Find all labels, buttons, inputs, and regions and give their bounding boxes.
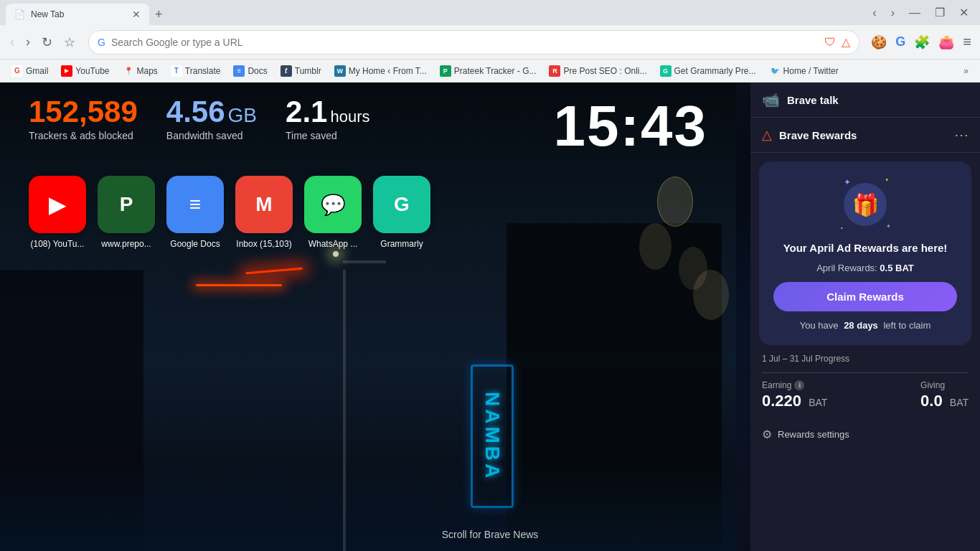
brave-rewards-title: Brave Rewards (779, 129, 947, 141)
quick-links: ▶ (108) YouTu... P www.prepo... ≡ Google… (29, 176, 430, 249)
bookmark-gmail-label: Gmail (26, 66, 48, 76)
google-extension-button[interactable]: G (892, 32, 908, 52)
earning-info-icon[interactable]: ℹ (794, 380, 804, 390)
trackers-count: 152,589 (29, 97, 138, 127)
quick-link-docs-label: Google Docs (170, 239, 220, 249)
quick-link-grammarly-label: Grammarly (380, 239, 423, 249)
brave-panel: 📹 Brave talk △ Brave Rewards ⋯ ✦ • ✦ • 🎁… (750, 83, 980, 551)
whatsapp-quick-icon: 💬 (321, 193, 346, 217)
maximize-button[interactable]: ❐ (929, 3, 951, 22)
giving-value: 0.0 BAT (920, 392, 969, 410)
stats-bar: 152,589 Trackers & ads blocked 4.56GB Ba… (29, 97, 369, 141)
nav-prev-tabs[interactable]: ‹ (867, 4, 882, 22)
bookmarks-bar: G Gmail ▶ YouTube 📍 Maps T Translate ≡ D… (0, 60, 980, 83)
scroll-news-label: Scroll for Brave News (442, 529, 539, 540)
address-bar[interactable]: G 🛡 △ (88, 30, 859, 55)
bookmark-tumblr-label: Tumblr (295, 66, 321, 76)
earning-label: Earning ℹ (762, 380, 827, 390)
bookmark-youtube-label: YouTube (75, 66, 109, 76)
progress-header-text: 1 Jul – 31 Jul Progress (762, 354, 969, 367)
rewards-icon-area: ✦ • ✦ • 🎁 (837, 176, 894, 233)
claim-rewards-button[interactable]: Claim Rewards (773, 282, 957, 311)
sparkle-4: • (841, 225, 843, 231)
puzzle-extension-button[interactable]: 🧩 (911, 32, 933, 53)
brave-shield-icon[interactable]: 🛡 (824, 36, 836, 49)
docs-quick-icon: ≡ (189, 193, 201, 216)
bookmark-twitter[interactable]: 🐦 Home / Twitter (763, 63, 844, 79)
wallet-button[interactable]: 👛 (936, 32, 957, 53)
bookmark-myhome[interactable]: W My Home ‹ From T... (329, 63, 433, 79)
progress-divider (762, 372, 969, 373)
toolbar-extension-icons: 🍪 G 🧩 👛 ≡ (868, 31, 974, 53)
bandwidth-label: Bandwidth saved (166, 130, 257, 141)
bookmark-prepost-label: Pre Post SEO : Onli... (563, 66, 646, 76)
refresh-button[interactable]: ↻ (37, 30, 57, 55)
bookmark-myhome-label: My Home ‹ From T... (349, 66, 427, 76)
quick-link-whatsapp[interactable]: 💬 WhatsApp ... (304, 176, 362, 249)
active-tab[interactable]: 📄 New Tab ✕ (6, 4, 149, 25)
back-button[interactable]: ‹ (6, 30, 19, 54)
google-icon: G (98, 37, 105, 48)
forward-button[interactable]: › (22, 30, 34, 54)
brave-talk-section[interactable]: 📹 Brave talk (750, 83, 980, 118)
new-tab-button[interactable]: + (149, 4, 169, 25)
quick-link-whatsapp-label: WhatsApp ... (308, 239, 358, 249)
trackers-stat: 152,589 Trackers & ads blocked (29, 97, 138, 141)
brave-talk-title: Brave talk (787, 94, 969, 106)
bookmark-maps[interactable]: 📍 Maps (117, 63, 164, 79)
bookmark-tumblr[interactable]: t Tumblr (275, 63, 327, 79)
browser-toolbar: ‹ › ↻ ☆ G 🛡 △ 🍪 G 🧩 👛 ≡ (0, 25, 980, 60)
settings-gear-icon: ⚙ (762, 428, 772, 441)
sparkle-3: ✦ (886, 223, 891, 230)
bookmark-grammarly[interactable]: G Get Grammarly Pre... (654, 63, 762, 79)
menu-button[interactable]: ≡ (960, 31, 974, 53)
bookmark-gmail[interactable]: G Gmail (6, 63, 54, 79)
giving-col: Giving 0.0 BAT (920, 380, 969, 410)
bookmark-prateek[interactable]: P Prateek Tracker - G... (434, 63, 542, 79)
quick-link-inbox-label: Inbox (15,103) (236, 239, 291, 249)
brave-rewards-toolbar-icon[interactable]: △ (842, 35, 850, 49)
quick-link-docs[interactable]: ≡ Google Docs (166, 176, 224, 249)
minimize-button[interactable]: — (903, 4, 926, 22)
nav-next-tabs[interactable]: › (885, 4, 900, 22)
giving-label: Giving (920, 380, 969, 390)
bookmark-docs[interactable]: ≡ Docs (227, 63, 273, 79)
inbox-quick-icon: M (255, 193, 272, 216)
tab-close-button[interactable]: ✕ (132, 9, 141, 20)
bookmark-prepost[interactable]: R Pre Post SEO : Onli... (543, 63, 652, 79)
bookmarks-more-button[interactable]: » (958, 64, 974, 78)
title-bar: 📄 New Tab ✕ + ‹ › — ❐ ✕ (0, 0, 980, 25)
tab-favicon: 📄 (14, 9, 25, 19)
bookmark-prateek-label: Prateek Tracker - G... (454, 66, 537, 76)
rewards-amount-text: April Rewards: 0.5 BAT (816, 263, 914, 273)
bookmark-youtube[interactable]: ▶ YouTube (55, 63, 115, 79)
close-button[interactable]: ✕ (953, 3, 974, 22)
rewards-card: ✦ • ✦ • 🎁 Your April Ad Rewards are here… (759, 161, 971, 345)
sparkle-1: ✦ (844, 177, 851, 187)
brave-talk-icon: 📹 (762, 91, 780, 108)
bookmark-translate[interactable]: T Translate (165, 63, 227, 79)
grammarly-quick-icon: G (394, 193, 410, 216)
rewards-card-title: Your April Ad Rewards are here! (783, 242, 948, 254)
url-input[interactable] (111, 37, 819, 48)
brave-rewards-icon: △ (762, 127, 772, 143)
bookmark-translate-label: Translate (185, 66, 221, 76)
brave-rewards-section-header: △ Brave Rewards ⋯ (750, 118, 980, 153)
time-label: Time saved (286, 130, 369, 141)
quick-link-prepost[interactable]: P www.prepo... (98, 176, 155, 249)
tab-title: New Tab (31, 9, 64, 19)
bookmark-button[interactable]: ☆ (60, 30, 80, 55)
earning-col: Earning ℹ 0.220 BAT (762, 380, 827, 410)
rewards-settings-button[interactable]: ⚙ Rewards settings (750, 419, 980, 450)
quick-link-grammarly[interactable]: G Grammarly (373, 176, 430, 249)
window-controls: ‹ › — ❐ ✕ (867, 3, 974, 22)
cookies-extension-button[interactable]: 🍪 (868, 32, 890, 53)
quick-link-youtube[interactable]: ▶ (108) YouTu... (29, 176, 86, 249)
trackers-label: Trackers & ads blocked (29, 130, 138, 141)
rewards-main-icon: 🎁 (844, 183, 887, 226)
tab-area: 📄 New Tab ✕ + (6, 0, 864, 25)
bookmark-twitter-label: Home / Twitter (783, 66, 839, 76)
quick-link-inbox[interactable]: M Inbox (15,103) (235, 176, 293, 249)
bookmark-maps-label: Maps (137, 66, 158, 76)
brave-rewards-more-button[interactable]: ⋯ (954, 126, 969, 143)
